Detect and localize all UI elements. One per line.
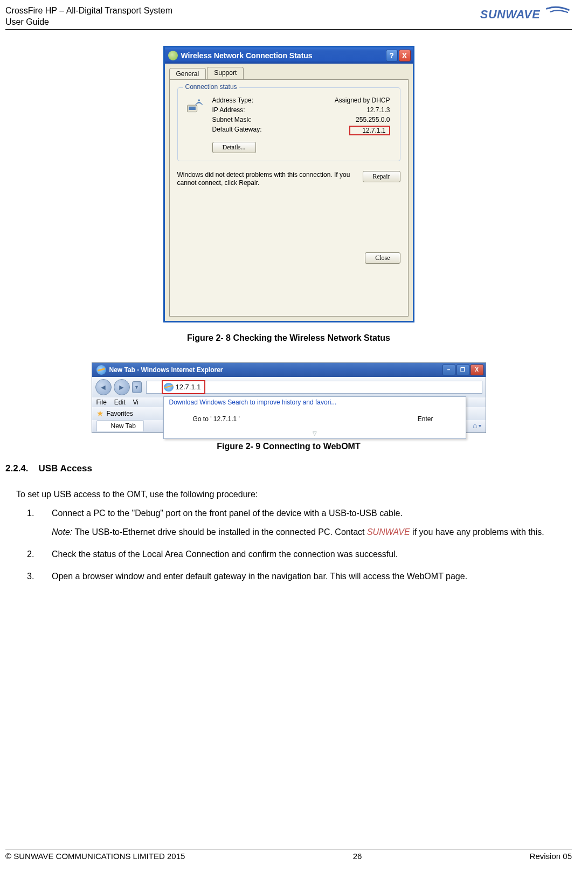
back-button[interactable]: ◄ — [95, 379, 112, 395]
repair-button[interactable]: Repair — [363, 171, 400, 182]
network-icon — [185, 95, 210, 136]
home-icon[interactable]: ⌂ — [473, 421, 477, 430]
tab-strip: General Support — [165, 64, 413, 79]
page-footer: © SUNWAVE COMMUNICATIONS LIMITED 2015 26… — [5, 849, 572, 861]
details-button[interactable]: Details... — [212, 142, 256, 153]
tab-panel: Connection status Address Type:Assigned … — [169, 79, 409, 317]
tab-ie-icon — [100, 422, 108, 430]
doc-title-line2: User Guide — [5, 17, 172, 28]
favorites-label[interactable]: Favorites — [107, 410, 133, 417]
address-type-value: Assigned by DHCP — [335, 97, 390, 104]
item-number: 1. — [27, 504, 52, 541]
address-highlight: 12.7.1.1 — [162, 380, 205, 394]
menu-view-truncated[interactable]: Vi — [133, 399, 139, 406]
figure-2-9-caption: Figure 2- 9 Connecting to WebOMT — [5, 442, 572, 451]
subnet-mask-label: Subnet Mask: — [212, 116, 252, 123]
ie-nav-bar: ◄ ► ▼ 12.7.1.1 — [92, 377, 486, 397]
page-header: CrossFire HP – All-Digital Transport Sys… — [5, 5, 572, 28]
menu-edit[interactable]: Edit — [114, 399, 126, 406]
address-value: 12.7.1.1 — [176, 383, 201, 391]
address-type-label: Address Type: — [212, 97, 254, 104]
item-number: 2. — [27, 545, 52, 564]
ie-icon — [96, 365, 106, 375]
minimize-button[interactable]: – — [442, 365, 455, 375]
ie-page-icon — [164, 383, 174, 392]
close-button[interactable]: X — [399, 50, 411, 61]
svg-text:SUNWAVE: SUNWAVE — [480, 8, 540, 21]
footer-revision: Revision 05 — [530, 851, 572, 861]
connection-status-group: Connection status Address Type:Assigned … — [177, 87, 400, 161]
section-number: 2.2.4. — [5, 463, 29, 473]
forward-button[interactable]: ► — [114, 379, 130, 395]
tab-new-tab[interactable]: New Tab — [96, 420, 144, 431]
list-item-2: 2. Check the status of the Local Area Co… — [27, 545, 572, 564]
brand-logo: SUNWAVE — [480, 5, 572, 26]
maximize-button[interactable]: ❐ — [456, 365, 469, 375]
repair-message: Windows did not detect problems with thi… — [177, 171, 352, 188]
address-suggestions-panel: Download Windows Search to improve histo… — [163, 396, 466, 439]
expand-triangle-icon[interactable]: ▽ — [164, 430, 466, 438]
ie-titlebar: New Tab - Windows Internet Explorer – ❐ … — [92, 363, 486, 377]
default-gateway-label: Default Gateway: — [212, 126, 262, 135]
footer-rule — [5, 849, 572, 849]
tab-support[interactable]: Support — [207, 67, 244, 79]
ie-window: New Tab - Windows Internet Explorer – ❐ … — [92, 362, 486, 433]
goto-text: Go to ' 12.7.1.1 ' — [193, 415, 240, 423]
connection-values: Address Type:Assigned by DHCP IP Address… — [210, 95, 392, 136]
section-intro: To set up USB access to the OMT, use the… — [16, 485, 572, 504]
tab-label: New Tab — [111, 422, 136, 430]
dialog-title: Wireless Network Connection Status — [181, 51, 385, 60]
menu-file[interactable]: File — [96, 399, 107, 406]
nav-dropdown-button[interactable]: ▼ — [132, 381, 142, 393]
footer-page-number: 26 — [353, 851, 362, 861]
ip-address-label: IP Address: — [212, 106, 245, 114]
group-legend: Connection status — [183, 83, 239, 91]
subnet-mask-value: 255.255.0.0 — [356, 116, 390, 123]
enter-hint: Enter — [418, 415, 433, 423]
item3-text: Open a browser window and enter default … — [52, 567, 467, 586]
section-title: USB Access — [38, 463, 92, 473]
svg-point-3 — [198, 99, 200, 101]
list-item-1: 1. Connect a PC to the "Debug" port on t… — [27, 504, 572, 541]
note-brand: SUNWAVE — [367, 527, 410, 537]
favorites-star-icon[interactable]: ★ — [96, 409, 103, 418]
list-item-3: 3. Open a browser window and enter defau… — [27, 567, 572, 586]
tab-general[interactable]: General — [169, 68, 206, 79]
footer-copyright: © SUNWAVE COMMUNICATIONS LIMITED 2015 — [5, 851, 185, 861]
window-close-button[interactable]: X — [471, 365, 483, 375]
close-dialog-button[interactable]: Close — [365, 252, 400, 264]
figure-2-8-caption: Figure 2- 8 Checking the Wireless Networ… — [5, 333, 572, 343]
ie-window-title: New Tab - Windows Internet Explorer — [109, 366, 442, 374]
wireless-status-dialog: Wireless Network Connection Status ? X G… — [163, 46, 414, 322]
download-hint[interactable]: Download Windows Search to improve histo… — [164, 397, 466, 408]
address-bar[interactable]: 12.7.1.1 — [146, 381, 482, 394]
header-left: CrossFire HP – All-Digital Transport Sys… — [5, 5, 172, 28]
dialog-titlebar: Wireless Network Connection Status ? X — [165, 47, 413, 64]
home-dropdown-icon[interactable]: ▾ — [479, 423, 481, 429]
item1-text: Connect a PC to the "Debug" port on the … — [52, 509, 403, 518]
note-after: if you have any problems with this. — [410, 527, 544, 537]
section-heading: 2.2.4. USB Access — [5, 463, 572, 474]
note-label: Note: — [52, 527, 72, 537]
repair-area: Windows did not detect problems with thi… — [177, 171, 400, 188]
goto-suggestion[interactable]: Go to ' 12.7.1.1 ' Enter — [164, 408, 466, 430]
ip-address-value: 12.7.1.3 — [366, 106, 390, 114]
section-body: To set up USB access to the OMT, use the… — [5, 485, 572, 586]
default-gateway-value: 12.7.1.1 — [349, 126, 390, 135]
wireless-icon — [168, 51, 178, 60]
item2-text: Check the status of the Local Area Conne… — [52, 545, 398, 564]
doc-title-line1: CrossFire HP – All-Digital Transport Sys… — [5, 5, 172, 17]
help-button[interactable]: ? — [386, 50, 398, 61]
svg-rect-2 — [189, 106, 196, 109]
note-before: The USB-to-Ethernet drive should be inst… — [72, 527, 367, 537]
item-number: 3. — [27, 567, 52, 586]
